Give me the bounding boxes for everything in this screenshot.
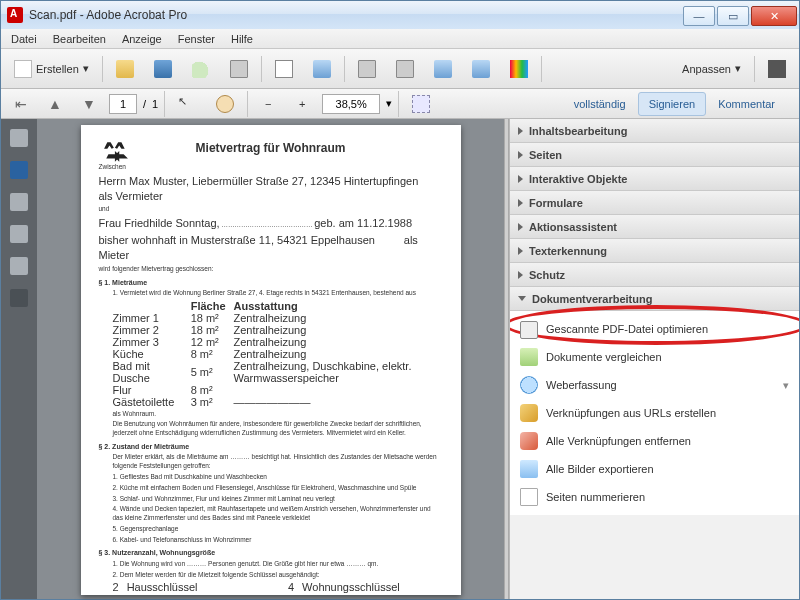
chevron-right-icon [518,199,523,207]
tab-vollstaendig[interactable]: vollständig [564,93,636,115]
nav-strip [1,119,37,599]
prev-page-button[interactable]: ▲ [41,90,69,118]
recycle-icon [103,139,129,165]
tool4-button[interactable] [465,55,497,83]
separator [261,56,262,82]
thumbnails-icon[interactable] [10,129,28,147]
chevron-down-icon [518,296,526,301]
item-weberfassung[interactable]: Weberfassung▾ [510,371,799,399]
save-button[interactable] [147,55,179,83]
email-button[interactable] [268,55,300,83]
item-gescannte-pdf-optimieren[interactable]: Gescannte PDF-Datei optimieren [510,315,799,343]
toolbar-primary: Erstellen ▾ Anpassen ▾ [1,49,799,89]
acc-texterkennung[interactable]: Texterkennung [510,239,799,263]
layers-icon[interactable] [10,257,28,275]
zoom-in-button[interactable]: + [288,90,316,118]
dokumentverarbeitung-body: Gescannte PDF-Datei optimieren Dokumente… [510,311,799,515]
tab-signieren[interactable]: Signieren [638,92,706,116]
menu-hilfe[interactable]: Hilfe [225,31,259,47]
separator [344,56,345,82]
minimize-button[interactable]: — [683,6,715,26]
new-icon [14,60,32,78]
minus-icon: − [265,98,271,110]
print-button[interactable] [223,55,255,83]
acc-aktionsassistent[interactable]: Aktionsassistent [510,215,799,239]
cloud-button[interactable] [185,55,217,83]
window-title: Scan.pdf - Adobe Acrobat Pro [29,8,187,22]
chevron-right-icon [518,223,523,231]
menu-anzeige[interactable]: Anzeige [116,31,168,47]
acc-dokumentverarbeitung[interactable]: Dokumentverarbeitung [510,287,799,311]
titlebar: Scan.pdf - Adobe Acrobat Pro — ▭ ✕ [1,1,799,29]
down-icon: ▼ [82,97,96,111]
attachments-icon[interactable] [10,225,28,243]
tool3-button[interactable] [427,55,459,83]
menu-datei[interactable]: Datei [5,31,43,47]
open-button[interactable] [109,55,141,83]
tool2-button[interactable] [389,55,421,83]
toolbar-nav: ⇤ ▲ ▼ 1 / 1 ↖ − + 38,5% ▾ vollständig Si… [1,89,799,119]
acc-formulare[interactable]: Formulare [510,191,799,215]
first-icon: ⇤ [15,97,27,111]
item-dokumente-vergleichen[interactable]: Dokumente vergleichen [510,343,799,371]
separator [164,91,165,117]
image-icon [520,460,538,478]
select-tool[interactable]: ↖ [171,90,203,118]
menu-bearbeiten[interactable]: Bearbeiten [47,31,112,47]
acc-seiten[interactable]: Seiten [510,143,799,167]
acc-inhaltsbearbeitung[interactable]: Inhaltsbearbeitung [510,119,799,143]
next-page-button[interactable]: ▼ [75,90,103,118]
zoom-input[interactable]: 38,5% [322,94,380,114]
item-seiten-nummerieren[interactable]: Seiten nummerieren [510,483,799,511]
chevron-down-icon[interactable]: ▾ [386,97,392,110]
maximize-button[interactable]: ▭ [717,6,749,26]
chevron-down-icon: ▾ [83,62,89,75]
document-area[interactable]: Mietvertrag für Wohnraum Zwischen Herrn … [37,119,504,599]
number-icon [520,488,538,506]
share-button[interactable] [306,55,338,83]
close-button[interactable]: ✕ [751,6,797,26]
page-sep: / [143,98,146,110]
signatures-icon[interactable] [10,289,28,307]
create-button[interactable]: Erstellen ▾ [7,55,96,83]
marquee-icon [412,95,430,113]
page-total: 1 [152,98,158,110]
cloud-icon [192,60,210,78]
separator [247,91,248,117]
print-icon [230,60,248,78]
color-icon [510,60,528,78]
page-input[interactable]: 1 [109,94,137,114]
bookmarks-icon[interactable] [10,161,28,179]
item-verknuepfungen-entfernen[interactable]: Alle Verknüpfungen entfernen [510,427,799,455]
plus-icon: + [299,98,305,110]
first-page-button[interactable]: ⇤ [7,90,35,118]
hand-icon [216,95,234,113]
tool1-button[interactable] [351,55,383,83]
acc-schutz[interactable]: Schutz [510,263,799,287]
marquee-tool[interactable] [405,90,437,118]
separator [398,91,399,117]
customize-label: Anpassen [682,63,731,75]
tool-icon [358,60,376,78]
acc-interaktive-objekte[interactable]: Interaktive Objekte [510,167,799,191]
fullscreen-button[interactable] [761,55,793,83]
menubar: Datei Bearbeiten Anzeige Fenster Hilfe [1,29,799,49]
customize-button[interactable]: Anpassen ▾ [675,55,748,83]
tool5-button[interactable] [503,55,535,83]
save-icon [154,60,172,78]
tool-icon [434,60,452,78]
menu-fenster[interactable]: Fenster [172,31,221,47]
tab-kommentar[interactable]: Kommentar [708,93,785,115]
item-verknuepfungen-erstellen[interactable]: Verknüpfungen aus URLs erstellen [510,399,799,427]
folder-icon [116,60,134,78]
undo-icon[interactable] [10,193,28,211]
zoom-out-button[interactable]: − [254,90,282,118]
chevron-right-icon [518,271,523,279]
hand-tool[interactable] [209,90,241,118]
link-icon [520,404,538,422]
item-bilder-exportieren[interactable]: Alle Bilder exportieren [510,455,799,483]
tools-panel: Inhaltsbearbeitung Seiten Interaktive Ob… [509,119,799,599]
up-icon: ▲ [48,97,62,111]
cursor-icon: ↖ [178,95,196,113]
tool-icon [472,60,490,78]
